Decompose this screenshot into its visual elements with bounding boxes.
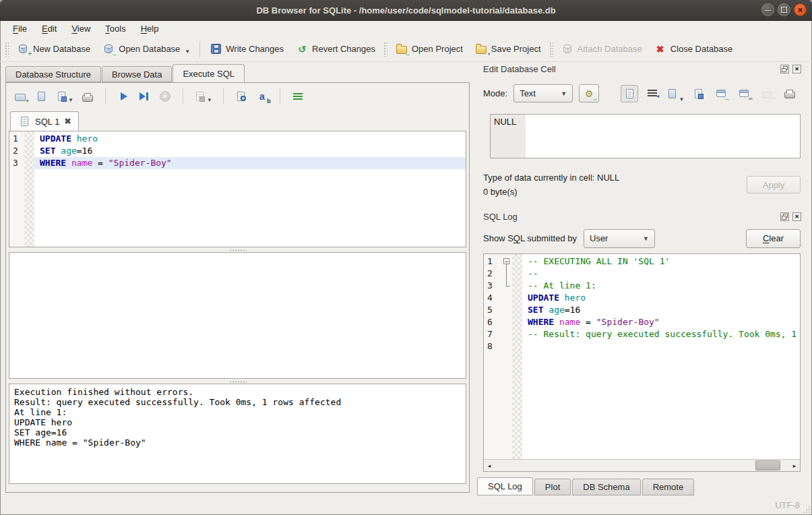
dock-float-icon[interactable]	[780, 65, 789, 73]
export-data-button[interactable]	[689, 85, 707, 102]
code-area[interactable]: UPDATE heroSET age=16WHERE name = "Spide…	[34, 131, 466, 247]
auto-complete-button[interactable]: ab	[255, 90, 269, 103]
toolbar-handle[interactable]	[5, 42, 9, 57]
mode-settings-button[interactable]: ⚙→	[579, 84, 599, 102]
tab-close-icon[interactable]: ✖	[64, 117, 71, 126]
dock-tab-sql-log[interactable]: SQL Log	[477, 477, 533, 495]
menu-item-view[interactable]: View	[64, 22, 98, 36]
code-line: WHERE name = "Spider-Boy"	[34, 157, 466, 169]
close-database-icon: ✖	[654, 44, 666, 55]
fold-collapse-icon[interactable]	[501, 255, 512, 268]
line-numbers: 123	[9, 131, 24, 247]
code-line: UPDATE hero	[522, 292, 800, 304]
dock-tab-plot[interactable]: Plot	[534, 479, 571, 495]
sql-log-filter-value: User	[590, 233, 608, 243]
gear-icon: ⚙→	[583, 88, 595, 99]
open-query-tab-icon: +	[14, 91, 26, 102]
sql-log-filter-select[interactable]: User ▼	[584, 229, 655, 248]
attach-database-label: Attach Database	[577, 44, 642, 54]
stop-button	[158, 90, 172, 103]
titlebar[interactable]: DB Browser for SQLite - /home/user/code/…	[0, 0, 812, 21]
open-database-icon: →	[102, 44, 115, 55]
tab-database-structure[interactable]: Database Structure	[5, 66, 101, 82]
toolbar-handle[interactable]	[383, 42, 387, 57]
import-data-button[interactable]: ▼	[666, 85, 684, 102]
tab-browse-data[interactable]: Browse Data	[102, 66, 172, 82]
print-cell-icon	[784, 88, 796, 99]
open-database-button[interactable]: →Open Database▼	[96, 41, 196, 57]
execution-message-pane[interactable]: Execution finished without errors.Result…	[9, 384, 466, 484]
menu-item-file[interactable]: File	[5, 22, 34, 36]
attach-database-button: Attach Database	[555, 41, 648, 57]
main-toolbar: +New Database→Open Database▼Write Change…	[0, 36, 812, 62]
sql-log-dock-title: SQL Log	[475, 210, 807, 223]
scroll-right-icon[interactable]: ▸	[789, 460, 800, 471]
open-sql-file-button[interactable]	[34, 90, 48, 103]
message-line: At line 1:	[14, 407, 461, 417]
execute-all-icon	[117, 91, 129, 102]
dropdown-caret-icon[interactable]: ▼	[679, 96, 685, 102]
menu-item-tools[interactable]: Tools	[98, 22, 133, 36]
save-sql-file-button[interactable]: ▼	[55, 90, 73, 103]
encoding-indicator: UTF-8	[775, 500, 800, 510]
mode-select[interactable]: Text ▼	[513, 84, 573, 102]
open-project-button[interactable]: →Open Project	[389, 41, 469, 57]
maximize-button[interactable]	[778, 3, 790, 16]
horizontal-scrollbar[interactable]: ◂ ▸	[484, 459, 800, 471]
text-mode-button[interactable]	[621, 85, 638, 102]
tab-execute-sql[interactable]: Execute SQL	[173, 64, 245, 82]
dock-tab-remote[interactable]: Remote	[642, 479, 695, 495]
save-project-button[interactable]: ▪Save Project	[469, 41, 547, 57]
menubar: FileEditViewToolsHelp	[0, 20, 812, 36]
dock-tab-bar: SQL LogPlotDB SchemaRemote	[477, 477, 807, 495]
splitter-handle[interactable]	[9, 247, 466, 252]
save-results-icon	[194, 91, 206, 102]
menu-item-help[interactable]: Help	[133, 22, 166, 36]
dropdown-caret-icon[interactable]: ▼	[185, 49, 190, 55]
write-changes-button[interactable]: Write Changes	[204, 41, 290, 57]
revert-changes-button[interactable]: ↺Revert Changes	[290, 41, 381, 57]
open-query-tab-button[interactable]: +	[13, 90, 27, 103]
word-wrap-button[interactable]	[644, 85, 661, 102]
dropdown-caret-icon[interactable]: ▼	[207, 97, 212, 103]
menu-item-edit[interactable]: Edit	[34, 22, 64, 36]
dock-close-icon[interactable]	[792, 65, 801, 73]
close-database-button[interactable]: ✖Close Database	[648, 41, 739, 57]
execute-current-line-button[interactable]	[137, 90, 151, 103]
minimize-button[interactable]: —	[761, 3, 774, 16]
new-database-button[interactable]: +New Database	[11, 41, 96, 57]
fold-margin[interactable]	[501, 254, 512, 459]
sql-editor[interactable]: 123UPDATE heroSET age=16WHERE name = "Sp…	[9, 131, 466, 247]
toolbar-handle[interactable]	[549, 42, 553, 57]
resize-grip[interactable]	[803, 506, 810, 513]
export-data-icon	[692, 88, 704, 99]
cell-value: NULL	[491, 115, 800, 129]
scrollbar-thumb[interactable]	[755, 460, 780, 471]
splitter-handle[interactable]	[9, 379, 466, 384]
tab-sql-1[interactable]: SQL 1 ✖	[10, 111, 79, 131]
clear-button[interactable]: Clear	[746, 229, 801, 248]
code-area[interactable]: -- EXECUTING ALL IN 'SQL 1'---- At line …	[522, 254, 800, 459]
results-pane[interactable]	[9, 252, 466, 379]
copy-link-button[interactable]: ∞	[735, 85, 753, 102]
word-wrap-icon	[646, 88, 658, 99]
edit-cell-title: Edit Database Cell	[483, 64, 556, 74]
dock-float-icon[interactable]	[780, 212, 789, 221]
scroll-left-icon[interactable]: ◂	[484, 460, 495, 471]
find-button[interactable]	[235, 90, 248, 103]
format-button[interactable]	[291, 90, 305, 103]
open-in-external-button[interactable]: →	[712, 85, 730, 102]
dropdown-caret-icon[interactable]: ▼	[68, 97, 73, 103]
dock-close-icon[interactable]	[792, 212, 801, 221]
sql-log-view[interactable]: 12345678-- EXECUTING ALL IN 'SQL 1'---- …	[484, 254, 800, 459]
cell-value-editor[interactable]: NULL	[490, 114, 801, 158]
close-button[interactable]: ✖	[794, 3, 807, 16]
print-cell-button[interactable]	[781, 85, 799, 102]
new-database-label: New Database	[33, 44, 90, 54]
dock-tab-db-schema[interactable]: DB Schema	[572, 479, 640, 495]
message-line: UPDATE hero	[14, 417, 461, 427]
execute-all-button[interactable]	[117, 90, 130, 103]
apply-button[interactable]: Apply	[747, 176, 801, 193]
print-button[interactable]	[81, 90, 94, 103]
save-results-button: ▼	[194, 90, 212, 103]
